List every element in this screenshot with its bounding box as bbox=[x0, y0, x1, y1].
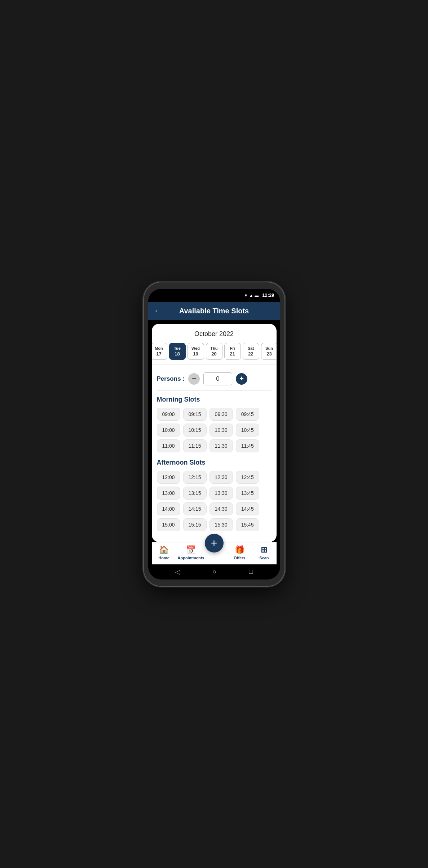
afternoon-slot-12-30[interactable]: 12:30 bbox=[209, 471, 233, 484]
morning-slot-10-45[interactable]: 10:45 bbox=[236, 424, 259, 437]
morning-slot-11-00[interactable]: 11:00 bbox=[157, 439, 180, 452]
bottom-nav: + 🏠 Home 📅 Appointments 🎁 Offers ⊞ Scan bbox=[152, 542, 277, 564]
day-btn-sun23[interactable]: Sun23 bbox=[261, 343, 277, 360]
persons-label: Persons : bbox=[157, 375, 185, 382]
afternoon-slot-12-00[interactable]: 12:00 bbox=[157, 471, 180, 484]
afternoon-slot-13-30[interactable]: 13:30 bbox=[209, 487, 233, 500]
morning-slot-11-30[interactable]: 11:30 bbox=[209, 439, 233, 452]
afternoon-slot-14-30[interactable]: 14:30 bbox=[209, 502, 233, 515]
scan-icon: ⊞ bbox=[261, 545, 267, 555]
nav-item-scan[interactable]: ⊞ Scan bbox=[253, 545, 275, 560]
afternoon-slot-15-30[interactable]: 15:30 bbox=[209, 518, 233, 531]
nav-scan-label: Scan bbox=[259, 556, 269, 560]
day-btn-thu20[interactable]: Thu20 bbox=[206, 343, 222, 360]
nav-item-home[interactable]: 🏠 Home bbox=[153, 545, 175, 560]
android-nav: ◁ ○ □ bbox=[152, 564, 277, 580]
morning-slot-10-15[interactable]: 10:15 bbox=[183, 424, 207, 437]
nav-home-label: Home bbox=[158, 556, 169, 560]
back-button[interactable]: ← bbox=[154, 307, 162, 315]
afternoon-slots-title: Afternoon Slots bbox=[157, 459, 272, 466]
page-title: Available Time Slots bbox=[166, 307, 262, 315]
morning-slot-09-15[interactable]: 09:15 bbox=[183, 408, 207, 421]
morning-slot-09-45[interactable]: 09:45 bbox=[236, 408, 259, 421]
morning-slots-grid: 09:0009:1509:3009:4510:0010:1510:3010:45… bbox=[157, 408, 272, 452]
morning-slot-09-30[interactable]: 09:30 bbox=[209, 408, 233, 421]
afternoon-slot-12-15[interactable]: 12:15 bbox=[183, 471, 207, 484]
morning-slot-09-00[interactable]: 09:00 bbox=[157, 408, 180, 421]
appointments-icon: 📅 bbox=[186, 545, 196, 555]
day-btn-wed19[interactable]: Wed19 bbox=[187, 343, 204, 360]
status-bar: ▼ ▲ ▬ 12:29 bbox=[148, 289, 280, 302]
nav-appointments-label: Appointments bbox=[178, 556, 204, 560]
day-btn-sat22[interactable]: Sat22 bbox=[243, 343, 259, 360]
afternoon-slot-15-00[interactable]: 15:00 bbox=[157, 518, 180, 531]
morning-slot-11-45[interactable]: 11:45 bbox=[236, 439, 259, 452]
persons-minus-button[interactable]: − bbox=[188, 373, 200, 385]
nav-offers-label: Offers bbox=[234, 556, 245, 560]
afternoon-slot-14-15[interactable]: 14:15 bbox=[183, 502, 207, 515]
afternoon-slot-13-45[interactable]: 13:45 bbox=[236, 487, 259, 500]
battery-icon: ▬ bbox=[255, 293, 259, 297]
day-btn-fri21[interactable]: Fri21 bbox=[224, 343, 241, 360]
afternoon-slots-grid: 12:0012:1512:3012:4513:0013:1513:3013:45… bbox=[157, 471, 272, 531]
afternoon-slot-15-45[interactable]: 15:45 bbox=[236, 518, 259, 531]
main-card: October 2022 Mon17Tue18Wed19Thu20Fri21Sa… bbox=[152, 324, 277, 542]
persons-input[interactable] bbox=[203, 372, 232, 385]
top-bar: ← Available Time Slots bbox=[148, 302, 280, 320]
signal-icon: ▲ bbox=[249, 293, 253, 297]
status-time: 12:29 bbox=[262, 292, 274, 298]
android-home-button[interactable]: ○ bbox=[213, 568, 217, 576]
morning-slot-10-30[interactable]: 10:30 bbox=[209, 424, 233, 437]
morning-slot-10-00[interactable]: 10:00 bbox=[157, 424, 180, 437]
persons-plus-button[interactable]: + bbox=[236, 373, 247, 385]
offers-icon: 🎁 bbox=[235, 545, 244, 555]
persons-row: Persons : − + bbox=[157, 369, 272, 391]
home-icon: 🏠 bbox=[159, 545, 169, 555]
afternoon-slot-14-00[interactable]: 14:00 bbox=[157, 502, 180, 515]
slots-section: Persons : − + Morning Slots 09:0009:1509… bbox=[152, 364, 277, 542]
afternoon-slot-12-45[interactable]: 12:45 bbox=[236, 471, 259, 484]
phone-screen: ▼ ▲ ▬ 12:29 ← Available Time Slots Octob… bbox=[148, 289, 280, 580]
day-btn-mon17[interactable]: Mon17 bbox=[152, 343, 167, 360]
days-row: Mon17Tue18Wed19Thu20Fri21Sat22Sun23 bbox=[156, 343, 272, 360]
morning-slots-title: Morning Slots bbox=[157, 396, 272, 403]
morning-slot-11-15[interactable]: 11:15 bbox=[183, 439, 207, 452]
nav-item-offers[interactable]: 🎁 Offers bbox=[229, 545, 250, 560]
afternoon-slot-13-00[interactable]: 13:00 bbox=[157, 487, 180, 500]
day-btn-tue18[interactable]: Tue18 bbox=[169, 343, 186, 360]
afternoon-slot-13-15[interactable]: 13:15 bbox=[183, 487, 207, 500]
afternoon-slot-14-45[interactable]: 14:45 bbox=[236, 502, 259, 515]
android-recent-button[interactable]: □ bbox=[249, 568, 253, 576]
wifi-icon: ▼ bbox=[244, 293, 248, 297]
calendar-section: October 2022 Mon17Tue18Wed19Thu20Fri21Sa… bbox=[152, 324, 277, 364]
afternoon-slot-15-15[interactable]: 15:15 bbox=[183, 518, 207, 531]
status-icons: ▼ ▲ ▬ bbox=[244, 293, 259, 297]
month-title: October 2022 bbox=[156, 330, 272, 338]
android-back-button[interactable]: ◁ bbox=[175, 568, 180, 576]
nav-item-appointments[interactable]: 📅 Appointments bbox=[178, 545, 204, 560]
phone-frame: ▼ ▲ ▬ 12:29 ← Available Time Slots Octob… bbox=[144, 282, 284, 586]
fab-button[interactable]: + bbox=[205, 534, 224, 552]
